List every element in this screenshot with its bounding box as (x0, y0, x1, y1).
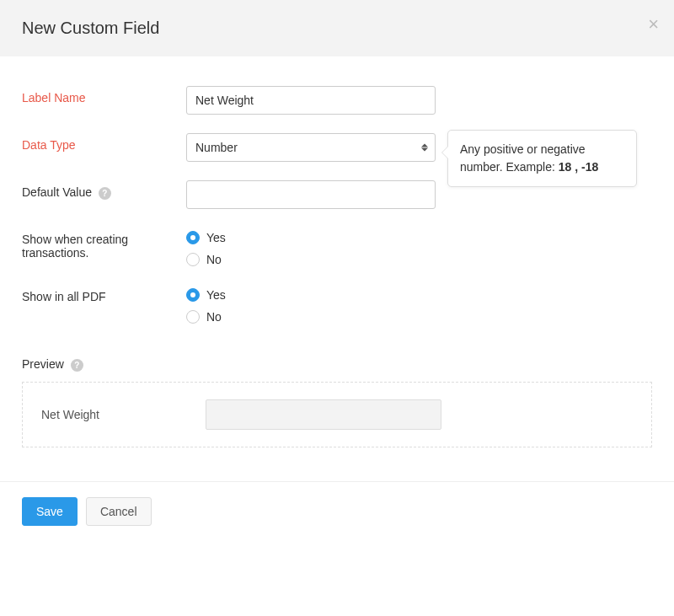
preview-input (206, 399, 441, 430)
row-default-value: Default Value ? (22, 180, 652, 209)
select-data-type-value: Number (195, 141, 238, 154)
radio-show-pdf-yes[interactable]: Yes (186, 288, 226, 302)
radio-label: Yes (206, 288, 226, 302)
label-label-name: Label Name (22, 86, 186, 104)
row-show-pdf: Show in all PDF Yes No (22, 285, 652, 324)
radio-icon (186, 288, 200, 302)
modal-footer: Save Cancel (0, 481, 674, 541)
input-label-name[interactable] (186, 86, 436, 115)
modal-body: Label Name Data Type Number Any positive… (0, 56, 674, 456)
radio-group-show-transactions: Yes No (186, 228, 226, 266)
label-show-transactions: Show when creating transactions. (22, 228, 186, 260)
cancel-button[interactable]: Cancel (86, 497, 152, 526)
help-icon[interactable]: ? (71, 359, 83, 372)
preview-field-label: Net Weight (41, 408, 197, 421)
radio-show-transactions-yes[interactable]: Yes (186, 231, 226, 244)
modal-title: New Custom Field (22, 19, 159, 37)
radio-show-pdf-no[interactable]: No (186, 310, 226, 324)
tooltip-bold: 18 , -18 (559, 160, 598, 174)
select-data-type[interactable]: Number (186, 133, 436, 162)
label-default-value: Default Value ? (22, 180, 186, 200)
preview-section: Preview ? Net Weight (22, 357, 652, 447)
radio-group-show-pdf: Yes No (186, 285, 226, 324)
chevron-updown-icon (421, 144, 428, 152)
close-icon[interactable]: × (648, 15, 659, 34)
help-icon[interactable]: ? (99, 187, 111, 200)
row-data-type: Data Type Number Any positive or negativ… (22, 133, 652, 162)
modal-header: New Custom Field × (0, 0, 674, 56)
radio-label: No (206, 310, 222, 324)
input-default-value[interactable] (186, 180, 436, 209)
radio-label: No (206, 253, 222, 266)
preview-box: Net Weight (22, 382, 652, 447)
radio-icon (186, 231, 200, 244)
label-data-type: Data Type (22, 133, 186, 152)
radio-label: Yes (206, 231, 226, 244)
save-button[interactable]: Save (22, 497, 78, 526)
radio-show-transactions-no[interactable]: No (186, 253, 226, 266)
row-show-transactions: Show when creating transactions. Yes No (22, 228, 652, 266)
radio-icon (186, 253, 200, 266)
tooltip-data-type: Any positive or negative number. Example… (447, 130, 637, 187)
row-label-name: Label Name (22, 86, 652, 115)
label-preview: Preview ? (22, 357, 652, 372)
radio-icon (186, 310, 200, 324)
label-show-pdf: Show in all PDF (22, 285, 186, 303)
